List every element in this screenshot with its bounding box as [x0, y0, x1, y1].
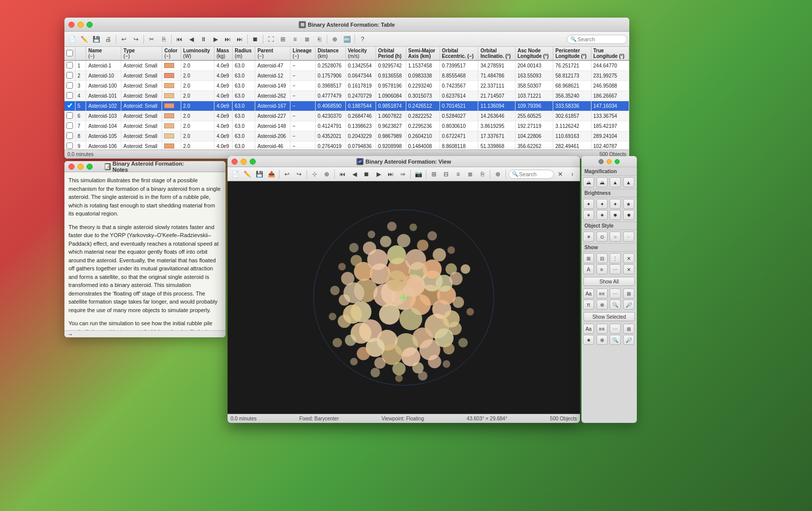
expand-button[interactable]: ⛶ [265, 34, 276, 45]
sel-btn-8[interactable]: 🔎 [623, 335, 634, 345]
view-grid2-btn[interactable]: ⊟ [440, 169, 452, 180]
view-extra-btn[interactable]: ⇒ [397, 169, 408, 180]
row-checkbox[interactable] [64, 111, 76, 121]
ctrl-minimize-button[interactable] [607, 159, 612, 164]
view-axes-btn[interactable]: ⊕ [492, 169, 503, 180]
col-semi-major[interactable]: Semi-MajorAxis (km) [406, 47, 439, 60]
sel-btn-3[interactable]: ⋯ [610, 324, 621, 334]
show-all-btn-2[interactable]: ≡≡ [597, 288, 608, 299]
view-export-btn[interactable]: 📤 [266, 169, 277, 180]
table-row[interactable]: 3 Asteroid-100 Asteroid: Small 2.0 4.0e9… [64, 81, 629, 91]
view-select-btn[interactable]: ⊹ [309, 169, 320, 180]
play-button[interactable]: ▶ [210, 34, 221, 45]
style-btn-3[interactable]: ○ [610, 232, 621, 242]
col-asc-node[interactable]: Asc NodeLongitude (°) [515, 47, 553, 60]
col-inclin[interactable]: OrbitalInclinatio. (°) [478, 47, 515, 60]
grid-button[interactable]: ⊞ [277, 34, 288, 45]
fwd-button[interactable]: ⏭ [222, 34, 233, 45]
show-all-btn-4[interactable]: ⊞ [623, 288, 634, 299]
view-content[interactable] [228, 181, 580, 414]
show-all-btn-6[interactable]: ⊕ [597, 300, 608, 310]
show-all-btn-8[interactable]: 🔎 [623, 300, 634, 310]
table-row[interactable]: 1 Asteroid-1 Asteroid: Small 2.0 4.0e9 6… [64, 60, 629, 71]
labels-button[interactable]: 🔤 [341, 34, 352, 45]
view-undo-btn[interactable]: ↩ [281, 169, 292, 180]
sel-btn-4[interactable]: ⊞ [623, 324, 634, 334]
view-edit-btn[interactable]: ✏️ [242, 169, 253, 180]
sel-btn-2[interactable]: ≡≡ [597, 324, 608, 334]
mag-btn-2[interactable]: ⛰ [597, 177, 608, 187]
table-row[interactable]: 6 Asteroid-103 Asteroid: Small 2.0 4.0e9… [64, 111, 629, 121]
show-btn-6[interactable]: ≡ [597, 264, 608, 274]
view-snap-btn[interactable]: 📷 [413, 169, 424, 180]
prev-button[interactable]: ◀ [186, 34, 197, 45]
print-button[interactable]: 🖨 [103, 34, 114, 45]
sel-btn-6[interactable]: ⊕ [597, 335, 608, 345]
view-stop-btn[interactable]: ⏹ [361, 169, 372, 180]
save-button[interactable]: 💾 [91, 34, 102, 45]
view-search-box[interactable]: 🔍 [508, 170, 554, 179]
show-btn-8[interactable]: ✕ [623, 264, 634, 274]
col-type[interactable]: Type(−) [121, 47, 162, 60]
col-radius[interactable]: Radius(m) [233, 47, 255, 60]
view-search-input[interactable] [519, 171, 550, 177]
mag-btn-4[interactable]: ▲ [623, 177, 634, 187]
pause-button[interactable]: ⏸ [198, 34, 209, 45]
show-btn-3[interactable]: ⋮ [610, 253, 621, 263]
view-list-btn[interactable]: ≡ [453, 169, 464, 180]
col-distance[interactable]: Distance(km) [316, 47, 346, 60]
bright-btn-6[interactable]: ✷ [597, 210, 608, 220]
view-open-btn[interactable]: 📄 [230, 169, 241, 180]
col-lineage[interactable]: Lineage(−) [290, 47, 316, 60]
view-redo-btn[interactable]: ↪ [293, 169, 305, 180]
bright-btn-4[interactable]: ★ [623, 199, 634, 209]
view-fwd-btn[interactable]: ⏭ [385, 169, 396, 180]
show-btn-1[interactable]: ⊞ [583, 253, 594, 263]
show-all-btn-3[interactable]: ⋯ [610, 288, 621, 299]
table-maximize-button[interactable] [87, 22, 93, 28]
undo-button[interactable]: ↩ [118, 34, 129, 45]
show-all-btn-5[interactable]: π [583, 300, 594, 310]
col-velocity[interactable]: Velocity(m/s) [346, 47, 376, 60]
cut-button[interactable]: ✂ [146, 34, 157, 45]
row-checkbox[interactable] [64, 101, 76, 111]
notes-scroll-arrow[interactable]: → [64, 330, 226, 337]
axes-button[interactable]: ⊕ [329, 34, 340, 45]
bright-btn-5[interactable]: ✶ [583, 210, 594, 220]
list-button[interactable]: ≡ [289, 34, 301, 45]
edit-button[interactable]: ✏️ [79, 34, 90, 45]
view-save-btn[interactable]: 💾 [254, 169, 265, 180]
extra-button[interactable]: ⏭ [234, 34, 245, 45]
copy2-button[interactable]: ⎗ [314, 34, 325, 45]
col-lum[interactable]: Luminosity(W) [181, 47, 214, 60]
table-container[interactable]: Name(−) Type(−) Color(−) Luminosity(W) M… [64, 47, 629, 150]
view-minimize-button[interactable] [241, 159, 247, 165]
ctrl-close-button[interactable] [599, 159, 604, 164]
bright-btn-7[interactable]: ✸ [610, 210, 621, 220]
table-minimize-button[interactable] [78, 22, 84, 28]
table-close-button[interactable] [68, 22, 75, 28]
view-maximize-button[interactable] [250, 159, 256, 165]
col-parent[interactable]: Parent(−) [255, 47, 290, 60]
notes-close-button[interactable] [68, 164, 75, 170]
col-mass[interactable]: Mass(kg) [214, 47, 233, 60]
view-close-button[interactable] [232, 159, 238, 165]
view-search-next[interactable]: › [567, 169, 578, 180]
select-all-checkbox[interactable] [66, 50, 73, 56]
row-checkbox[interactable] [64, 91, 76, 101]
view-prev-btn[interactable]: ◀ [349, 169, 360, 180]
help-button[interactable]: ? [357, 34, 368, 45]
table-row[interactable]: 2 Asteroid-10 Asteroid: Small 2.0 4.0e9 … [64, 71, 629, 81]
table-row[interactable]: 8 Asteroid-105 Asteroid: Small 2.0 4.0e9… [64, 131, 629, 141]
style-btn-1[interactable]: ☀ [583, 232, 594, 242]
show-all-button[interactable]: Show All [583, 277, 635, 286]
col-true-long[interactable]: TrueLongitude (°) [591, 47, 629, 60]
table-row[interactable]: 4 Asteroid-101 Asteroid: Small 2.0 4.0e9… [64, 91, 629, 101]
bright-btn-1[interactable]: ✦ [583, 199, 594, 209]
table-search-input[interactable] [577, 36, 624, 42]
row-checkbox[interactable] [64, 121, 76, 131]
style-btn-4[interactable]: · [623, 232, 634, 242]
view-tool-btn[interactable]: ⊕ [321, 169, 332, 180]
notes-minimize-button[interactable] [78, 164, 84, 170]
row-checkbox[interactable] [64, 81, 76, 91]
